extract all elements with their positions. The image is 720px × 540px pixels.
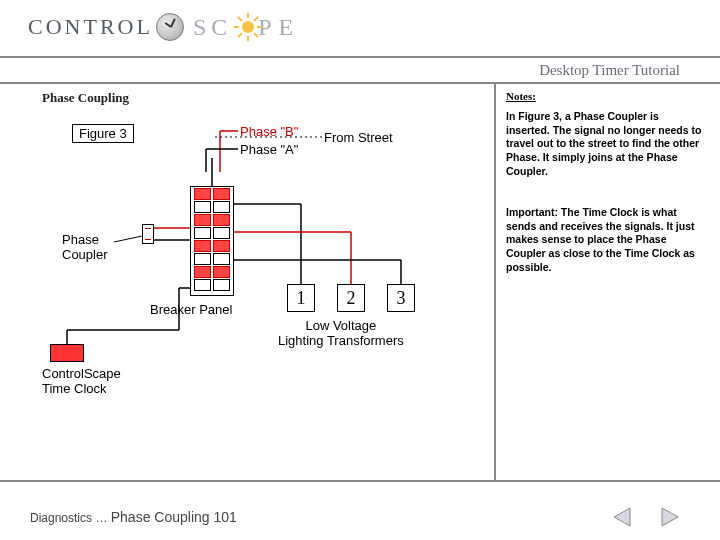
clock-icon — [153, 10, 187, 44]
logo-text-right-s: S — [193, 14, 213, 41]
page-subtitle: Desktop Timer Tutorial — [539, 62, 680, 78]
diagram: Figure 3 Phase "B" Phase "A" From Street… — [42, 124, 462, 404]
notes-heading: Notes: — [506, 90, 702, 102]
svg-marker-28 — [614, 508, 630, 526]
svg-line-5 — [238, 17, 242, 21]
notes-pane: Notes: In Figure 3, a Phase Coupler is i… — [494, 84, 720, 480]
footer: Diagnostics … Phase Coupling 101 — [0, 480, 720, 538]
svg-line-7 — [254, 17, 258, 21]
logo-text-left: CONTROL — [28, 14, 153, 40]
subheader: Desktop Timer Tutorial — [0, 58, 720, 84]
triangle-right-icon — [658, 505, 682, 529]
left-pane: Phase Coupling Figure 3 Phase "B" Phase … — [0, 84, 490, 480]
header: CONTROL S C PE — [0, 0, 720, 58]
svg-line-6 — [254, 33, 258, 37]
svg-point-0 — [242, 21, 254, 33]
svg-line-17 — [114, 236, 142, 242]
sun-icon — [234, 13, 262, 41]
breadcrumb-current: Phase Coupling 101 — [111, 509, 237, 525]
svg-line-8 — [238, 33, 242, 37]
next-arrow-button[interactable] — [658, 505, 682, 529]
breadcrumb-sep: … — [95, 511, 107, 525]
notes-paragraph-2: Important: The Time Clock is what sends … — [506, 206, 702, 274]
logo-text-right-c: C — [211, 14, 234, 41]
section-title: Phase Coupling — [42, 90, 480, 106]
triangle-left-icon — [610, 505, 634, 529]
prev-arrow-button[interactable] — [610, 505, 634, 529]
wires — [42, 124, 462, 404]
logo: CONTROL S C PE — [28, 10, 720, 44]
nav-arrows — [610, 505, 682, 529]
content: Phase Coupling Figure 3 Phase "B" Phase … — [0, 84, 720, 480]
logo-text-right-pe: PE — [258, 14, 300, 41]
svg-marker-29 — [662, 508, 678, 526]
breadcrumb-prev[interactable]: Diagnostics — [30, 511, 92, 525]
notes-paragraph-1: In Figure 3, a Phase Coupler is inserted… — [506, 110, 702, 178]
breadcrumb: Diagnostics … Phase Coupling 101 — [30, 509, 237, 525]
